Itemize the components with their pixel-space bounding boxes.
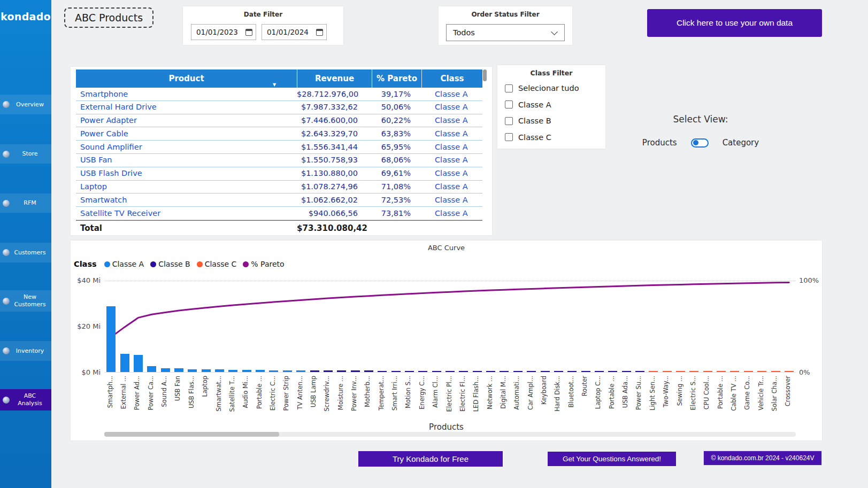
sidebar-item-rfm[interactable]: RFM bbox=[0, 193, 51, 213]
table-row[interactable]: Smartwatch$1.062.662,0272,53%Classe A bbox=[76, 193, 482, 207]
chart-bar[interactable] bbox=[324, 370, 333, 372]
column-header-pareto[interactable]: % Pareto bbox=[372, 69, 421, 88]
chart-bar[interactable] bbox=[405, 371, 414, 372]
chart-bar[interactable] bbox=[757, 371, 766, 372]
chart-bar[interactable] bbox=[174, 368, 183, 372]
chart-bar[interactable] bbox=[134, 355, 143, 372]
sidebar-item-customers[interactable]: Customers bbox=[0, 243, 51, 262]
chart-bar[interactable] bbox=[703, 371, 712, 372]
chart-bar[interactable] bbox=[635, 371, 644, 372]
end-date-field[interactable] bbox=[262, 24, 327, 40]
chart-scrollbar-thumb[interactable] bbox=[104, 432, 279, 437]
chart-bar[interactable] bbox=[581, 371, 590, 372]
x-axis-label: Digital M... bbox=[500, 376, 509, 409]
sidebar-item-overview[interactable]: Overview bbox=[0, 95, 51, 114]
chart-bar[interactable] bbox=[608, 371, 617, 372]
chart-bar[interactable] bbox=[188, 369, 197, 372]
checkbox[interactable] bbox=[505, 133, 513, 141]
class-filter-option-classe-b[interactable]: Classe B bbox=[505, 113, 601, 129]
pareto-cell: 69,61% bbox=[372, 167, 421, 180]
chart-bar[interactable] bbox=[202, 369, 211, 372]
table-row[interactable]: USB Flash Drive$1.130.880,0069,61%Classe… bbox=[76, 167, 482, 181]
chart-bar[interactable] bbox=[418, 371, 427, 372]
table-row[interactable]: Sound Amplifier$1.556.341,4465,95%Classe… bbox=[76, 141, 482, 154]
chart-bar[interactable] bbox=[296, 370, 305, 372]
chart-scrollbar-track[interactable] bbox=[104, 432, 796, 437]
chart-bar[interactable] bbox=[730, 371, 739, 372]
chart-bar[interactable] bbox=[541, 371, 550, 372]
chart-bar[interactable] bbox=[228, 370, 237, 372]
checkbox[interactable] bbox=[505, 100, 513, 109]
chart-bar[interactable] bbox=[269, 370, 278, 373]
chart-bar[interactable] bbox=[513, 371, 523, 372]
copyright-version-button[interactable]: © kondado.com.br 2024 - v240624V bbox=[703, 451, 822, 466]
chart-bar[interactable] bbox=[391, 371, 401, 372]
chart-bar[interactable] bbox=[622, 371, 631, 372]
y2-axis-tick-100: 100% bbox=[799, 276, 823, 284]
chart-bar[interactable] bbox=[649, 371, 658, 372]
table-row[interactable]: Laptop$1.078.274,9671,08%Classe A bbox=[76, 181, 482, 194]
chart-bar[interactable] bbox=[486, 371, 495, 372]
chart-bar[interactable] bbox=[459, 371, 468, 372]
column-header-product[interactable]: Product bbox=[76, 69, 297, 88]
chart-bar[interactable] bbox=[663, 371, 672, 372]
chart-bar[interactable] bbox=[676, 371, 685, 372]
chart-bar[interactable] bbox=[717, 371, 726, 372]
use-own-data-button[interactable]: Click here to use your own data bbox=[647, 9, 822, 37]
total-value: $73.310.080,42 bbox=[297, 221, 372, 236]
chart-bar[interactable] bbox=[337, 370, 346, 372]
order-status-dropdown[interactable]: Todos bbox=[446, 24, 565, 41]
x-axis-label: Electric C... bbox=[269, 376, 279, 410]
start-date-field[interactable] bbox=[191, 24, 256, 40]
class-filter-option-classe-a[interactable]: Classe A bbox=[505, 97, 601, 113]
table-row[interactable]: Power Cable$2.643.329,7063,83%Classe A bbox=[76, 127, 482, 141]
class-filter-option-selecionar-tudo[interactable]: Selecionar tudo bbox=[505, 80, 601, 97]
table-row[interactable]: USB Fan$1.550.758,9368,06%Classe A bbox=[76, 154, 482, 167]
calendar-icon[interactable] bbox=[245, 29, 252, 36]
chart-bar[interactable] bbox=[161, 368, 170, 372]
chart-bar[interactable] bbox=[445, 371, 455, 372]
chart-bar[interactable] bbox=[432, 371, 441, 372]
sidebar-item-store[interactable]: Store bbox=[0, 144, 51, 164]
sidebar-item-abc-analysis[interactable]: ABC Analysis bbox=[0, 389, 51, 410]
chart-bar[interactable] bbox=[785, 371, 794, 372]
chart-bar[interactable] bbox=[147, 366, 156, 372]
chart-bar[interactable] bbox=[364, 370, 373, 372]
chart-bar[interactable] bbox=[567, 371, 577, 372]
column-header-class[interactable]: Class bbox=[421, 69, 482, 88]
chart-bar[interactable] bbox=[310, 370, 319, 372]
table-scrollbar[interactable] bbox=[483, 69, 487, 81]
view-toggle[interactable] bbox=[691, 138, 709, 148]
chart-bar[interactable] bbox=[106, 306, 116, 373]
column-header-revenue[interactable]: Revenue bbox=[297, 69, 372, 88]
sort-descending-icon[interactable]: ▼ bbox=[273, 82, 276, 87]
table-row[interactable]: Satellite TV Receiver$940.066,5673,81%Cl… bbox=[76, 207, 482, 220]
checkbox[interactable] bbox=[505, 117, 513, 125]
chart-bar[interactable] bbox=[242, 370, 251, 372]
chart-bar[interactable] bbox=[120, 354, 129, 372]
chart-bar[interactable] bbox=[500, 371, 509, 372]
chart-bar[interactable] bbox=[689, 371, 698, 372]
chart-bar[interactable] bbox=[554, 371, 563, 372]
chart-bar[interactable] bbox=[771, 371, 780, 372]
table-row[interactable]: Smartphone$28.712.976,0039,17%Classe A bbox=[76, 88, 482, 101]
chart-bar[interactable] bbox=[595, 371, 604, 372]
questions-button[interactable]: Get Your Questions Answered! bbox=[548, 452, 676, 466]
chart-bar[interactable] bbox=[351, 370, 360, 372]
chart-bar[interactable] bbox=[256, 370, 265, 372]
calendar-icon[interactable] bbox=[316, 29, 323, 36]
class-filter-option-classe-c[interactable]: Classe C bbox=[505, 129, 601, 146]
chart-bar[interactable] bbox=[215, 369, 224, 372]
checkbox[interactable] bbox=[505, 84, 513, 92]
chart-bar[interactable] bbox=[473, 371, 482, 372]
chart-bar[interactable] bbox=[744, 371, 753, 372]
sidebar-item-new-customers[interactable]: New Customers bbox=[0, 290, 51, 312]
chart-bar[interactable] bbox=[283, 370, 292, 372]
table-row[interactable]: Power Adapter$7.446.600,0060,22%Classe A bbox=[76, 114, 482, 128]
pareto-cell: 39,17% bbox=[372, 88, 421, 101]
chart-bar[interactable] bbox=[378, 371, 387, 373]
chart-bar[interactable] bbox=[527, 371, 536, 372]
table-row[interactable]: External Hard Drive$7.987.332,6250,06%Cl… bbox=[76, 101, 482, 114]
sidebar-item-inventory[interactable]: Inventory bbox=[0, 341, 51, 361]
try-kondado-button[interactable]: Try Kondado for Free bbox=[358, 451, 503, 467]
